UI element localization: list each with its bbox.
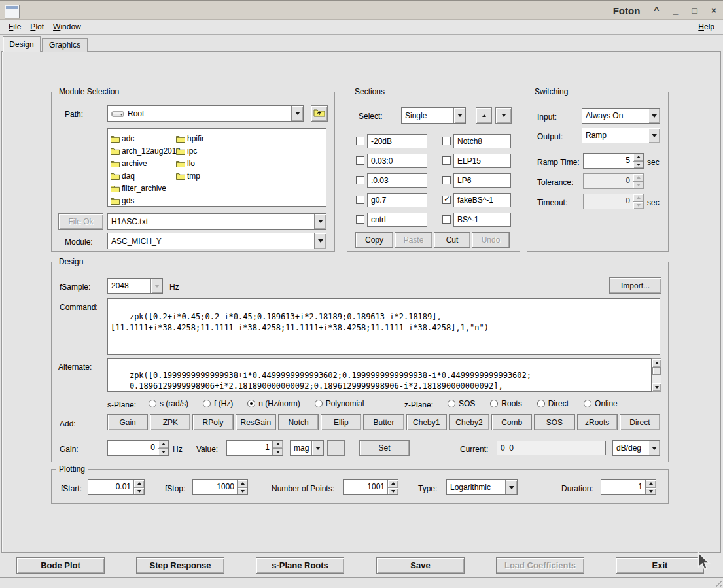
- exit-button[interactable]: Exit: [616, 557, 704, 574]
- radio-option-s-rad-s[interactable]: s (rad/s): [149, 399, 188, 408]
- scroll-up-button[interactable]: [652, 359, 661, 367]
- ramp-time-up-button[interactable]: [633, 154, 643, 161]
- scrollbar-track[interactable]: [652, 375, 661, 383]
- radio-option-online[interactable]: Online: [584, 399, 618, 408]
- folder-item[interactable]: daq: [111, 170, 135, 182]
- command-textarea[interactable]: zpk([0.2+i*0.45;0.2-i*0.45;0.189613+i*2.…: [107, 298, 660, 355]
- folder-item[interactable]: hpifir: [176, 133, 204, 145]
- npoints-up-button[interactable]: [388, 480, 398, 487]
- radio-option-f-hz[interactable]: f (Hz): [203, 399, 233, 408]
- add-resgain-button[interactable]: ResGain: [236, 414, 276, 430]
- output-combobox[interactable]: Ramp: [582, 128, 660, 143]
- folder-list[interactable]: adcarch_12aug2014archivedaqfilter_archiv…: [107, 128, 326, 207]
- section-name-field[interactable]: cntrl: [367, 213, 427, 227]
- add-zpk-button[interactable]: ZPK: [150, 414, 190, 430]
- fstop-up-button[interactable]: [238, 480, 247, 487]
- section-name-field[interactable]: g0.7: [367, 193, 427, 207]
- section-checkbox[interactable]: [356, 176, 364, 184]
- duration-up-button[interactable]: [646, 480, 656, 487]
- section-name-field[interactable]: BS^-1: [453, 213, 511, 227]
- tab-design[interactable]: Design: [3, 36, 41, 52]
- add-direct-button[interactable]: Direct: [620, 414, 660, 430]
- section-checkbox[interactable]: [356, 196, 364, 204]
- section-checkbox[interactable]: [356, 156, 364, 165]
- section-checkbox[interactable]: [442, 137, 451, 145]
- ramp-time-value[interactable]: 5: [584, 154, 633, 168]
- bode-plot-button[interactable]: Bode Plot: [16, 557, 105, 574]
- folder-item[interactable]: adc: [111, 133, 134, 145]
- module-combobox[interactable]: ASC_MICH_Y: [107, 233, 326, 249]
- add-sos-button[interactable]: SOS: [534, 414, 574, 430]
- alternate-scrollbar[interactable]: [652, 358, 661, 392]
- minimize-button[interactable]: _: [673, 6, 679, 15]
- section-name-field[interactable]: -20dB: [367, 134, 427, 148]
- radio-option-n-hz-norm[interactable]: n (Hz/norm): [247, 399, 300, 408]
- section-checkbox[interactable]: [442, 156, 451, 165]
- section-select-combobox[interactable]: Single: [401, 107, 466, 124]
- folder-item[interactable]: tmp: [176, 170, 200, 182]
- maximize-button[interactable]: □: [692, 6, 697, 15]
- input-dropdown-button[interactable]: [648, 109, 660, 123]
- radio-option-polynomial[interactable]: Polynomial: [315, 399, 364, 408]
- menu-help[interactable]: Help: [694, 21, 719, 33]
- section-name-field[interactable]: 0.03:0: [367, 154, 427, 168]
- alternate-textarea[interactable]: zpk([0.1999999999999938+i*0.449999999999…: [107, 358, 652, 392]
- unit-dropdown-button[interactable]: [311, 441, 323, 455]
- cut-button[interactable]: Cut: [434, 232, 470, 248]
- section-name-field[interactable]: LP6: [453, 173, 511, 188]
- copy-button[interactable]: Copy: [355, 232, 393, 248]
- add-zroots-button[interactable]: zRoots: [577, 414, 618, 430]
- title-bar[interactable]: Foton ^_□×: [0, 0, 723, 20]
- value-spinner[interactable]: 1: [226, 440, 283, 456]
- menu-file[interactable]: File: [4, 21, 26, 33]
- fstop-spinner[interactable]: 1000: [192, 479, 248, 495]
- section-checkbox[interactable]: [356, 137, 364, 145]
- path-combobox[interactable]: Root: [107, 105, 304, 122]
- value-up-button[interactable]: [273, 441, 283, 448]
- file-combobox[interactable]: H1ASC.txt: [107, 213, 326, 230]
- duration-value[interactable]: 1: [601, 480, 645, 494]
- fstart-spinner[interactable]: 0.01: [88, 479, 145, 495]
- add-comb-button[interactable]: Comb: [491, 414, 532, 430]
- unit-combobox[interactable]: mag: [290, 440, 324, 456]
- section-name-field[interactable]: Notch8: [453, 134, 511, 148]
- resize-grip-icon[interactable]: [713, 578, 722, 587]
- section-name-field[interactable]: ELP15: [453, 154, 511, 168]
- module-dropdown-button[interactable]: [314, 233, 326, 249]
- file-dropdown-button[interactable]: [314, 214, 326, 229]
- npoints-spinner[interactable]: 1001: [343, 479, 398, 495]
- output-dropdown-button[interactable]: [648, 128, 660, 143]
- equals-button[interactable]: =: [327, 440, 345, 456]
- menu-window[interactable]: Window: [48, 21, 86, 33]
- gain-spinner[interactable]: 0: [107, 440, 169, 456]
- menu-plot[interactable]: Plot: [26, 21, 48, 33]
- section-checkbox[interactable]: [442, 176, 451, 184]
- fstop-down-button[interactable]: [238, 487, 247, 495]
- section-checkbox[interactable]: [356, 215, 364, 224]
- gain-down-button[interactable]: [158, 448, 168, 456]
- folder-item[interactable]: arch_12aug2014: [111, 145, 181, 157]
- duration-spinner[interactable]: 1: [601, 479, 656, 495]
- add-cheby2-button[interactable]: Cheby2: [449, 414, 489, 430]
- add-gain-button[interactable]: Gain: [107, 414, 148, 430]
- add-ellip-button[interactable]: Ellip: [321, 414, 361, 430]
- shade-button[interactable]: ^: [654, 6, 659, 15]
- ramp-time-spinner[interactable]: 5: [583, 153, 644, 169]
- fstop-value[interactable]: 1000: [193, 480, 237, 494]
- section-select-dropdown-button[interactable]: [453, 108, 465, 123]
- close-button[interactable]: ×: [711, 6, 716, 15]
- import-button[interactable]: Import...: [609, 277, 661, 294]
- folder-item[interactable]: gds: [111, 195, 134, 207]
- folder-item[interactable]: archive: [111, 158, 147, 169]
- radio-option-roots[interactable]: Roots: [490, 399, 521, 408]
- s-plane-roots-button[interactable]: s-Plane Roots: [256, 557, 344, 574]
- type-dropdown-button[interactable]: [505, 480, 517, 494]
- value-value[interactable]: 1: [227, 441, 272, 455]
- add-cheby1-button[interactable]: Cheby1: [406, 414, 447, 430]
- npoints-value[interactable]: 1001: [344, 480, 387, 494]
- type-combobox[interactable]: Logarithmic: [446, 479, 518, 495]
- folder-item[interactable]: llo: [176, 158, 195, 169]
- section-name-field[interactable]: fakeBS^-1: [453, 193, 511, 207]
- scrollbar-thumb[interactable]: [652, 367, 661, 375]
- ramp-time-down-button[interactable]: [633, 161, 643, 169]
